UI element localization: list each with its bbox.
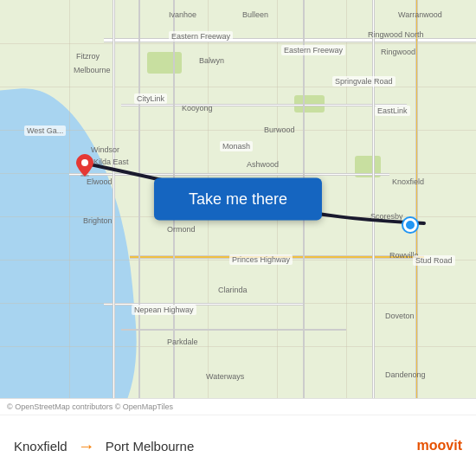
suburb-ivanhoe: Ivanhoe xyxy=(169,10,196,19)
suburb-knoxfield: Knoxfield xyxy=(392,177,424,186)
destination-marker xyxy=(403,218,417,232)
label-westgate: West Ga... xyxy=(24,125,66,136)
moovit-text: moovit xyxy=(417,438,462,453)
label-springvale: Springvale Road xyxy=(332,76,396,87)
bottom-bar: © OpenStreetMap contributors © OpenMapTi… xyxy=(0,398,476,476)
suburb-ashwood: Ashwood xyxy=(247,160,279,169)
svg-point-1 xyxy=(81,159,88,166)
suburb-melbourne: Melbourne xyxy=(74,66,111,74)
suburb-warranwood: Warranwood xyxy=(398,10,442,19)
suburb-kooyong: Kooyong xyxy=(182,104,213,113)
suburb-fitzroy: Fitzroy xyxy=(76,52,100,61)
route-origin: Knoxfield xyxy=(14,439,68,453)
suburb-windsor: Windsor xyxy=(91,145,119,154)
suburb-balwyn: Balwyn xyxy=(199,56,224,65)
suburb-scoresby: Scoresby xyxy=(370,212,403,221)
label-stud: Stud Road xyxy=(413,255,455,266)
suburb-clarinda: Clarinda xyxy=(218,286,248,294)
suburb-ringwood: Ringwood xyxy=(381,48,415,56)
suburb-doveton: Doveton xyxy=(385,312,415,320)
suburb-brighton: Brighton xyxy=(83,216,113,225)
attribution-text: © OpenStreetMap contributors © OpenMapTi… xyxy=(0,399,476,415)
route-arrow-icon: → xyxy=(78,436,95,456)
label-eastlink: EastLink xyxy=(375,106,410,116)
origin-marker xyxy=(76,154,93,177)
label-eastern-freeway-1: Eastern Freeway xyxy=(169,31,233,42)
suburb-dandenong: Dandenong xyxy=(385,370,426,379)
suburb-bulleen: Bulleen xyxy=(242,10,268,19)
suburb-burwood: Burwood xyxy=(264,125,295,134)
suburb-waterways: Waterways xyxy=(206,372,244,381)
label-monash: Monash xyxy=(220,141,253,151)
label-princes: Princes Highway xyxy=(229,254,293,265)
moovit-logo: moovit xyxy=(417,438,462,453)
take-me-there-button[interactable]: Take me there xyxy=(154,178,322,221)
map-container: Ivanhoe Bulleen Warranwood Fitzroy Melbo… xyxy=(0,0,476,398)
label-citylink: CityLink xyxy=(134,93,167,104)
route-info: Knoxfield → Port Melbourne moovit xyxy=(0,415,476,476)
suburb-ormond: Ormond xyxy=(167,225,196,234)
label-nepean: Nepean Highway xyxy=(132,305,196,315)
suburb-parkdale: Parkdale xyxy=(167,338,198,346)
suburb-ringwood-north: Ringwood North xyxy=(368,30,424,39)
label-eastern-freeway-2: Eastern Freeway xyxy=(281,45,345,55)
route-destination: Port Melbourne xyxy=(106,439,195,453)
suburb-elwood: Elwood xyxy=(87,177,113,186)
